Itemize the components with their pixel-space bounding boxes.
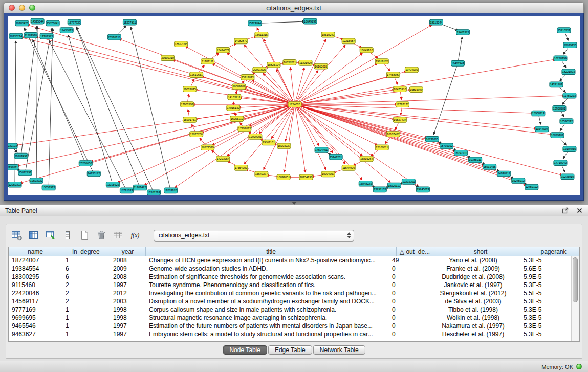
window-titlebar[interactable]: citations_edges.txt	[4, 2, 584, 13]
graph-node[interactable]: 19039035	[183, 86, 197, 92]
graph-node[interactable]: 19245033	[416, 187, 429, 192]
graph-node[interactable]: 16467943	[451, 61, 465, 67]
graph-node[interactable]: 16777723	[68, 19, 81, 25]
tab-edge-table[interactable]: Edge Table	[268, 345, 312, 355]
graph-node[interactable]: 12104055	[563, 146, 576, 152]
network-canvas[interactable]: 1724036185102431221598716649910196191781…	[8, 16, 580, 195]
graph-node[interactable]: 18791033	[120, 188, 133, 193]
graph-node[interactable]: 16228399	[554, 56, 567, 61]
graph-node[interactable]: 18475910	[393, 86, 406, 92]
graph-node[interactable]: 18510243	[321, 32, 335, 37]
graph-node[interactable]: 17903297	[181, 102, 194, 107]
graph-node[interactable]: 16793210	[454, 150, 468, 156]
scrollbar-thumb[interactable]	[573, 257, 578, 302]
graph-node[interactable]: 18221033	[562, 69, 575, 75]
graph-node[interactable]: 17797177	[396, 102, 409, 107]
table-row[interactable]: 1938455462009Genome-wide association stu…	[9, 265, 572, 273]
graph-node[interactable]: 12160811	[375, 145, 388, 150]
column-header-year[interactable]: year	[110, 247, 146, 256]
graph-node[interactable]: 15012293	[18, 170, 32, 176]
graph-node[interactable]: 13301923	[40, 33, 53, 39]
graph-node[interactable]: 16162015	[314, 63, 328, 69]
graph-node[interactable]: 14103211	[228, 94, 241, 100]
graph-node[interactable]: 14391203	[550, 82, 563, 87]
graph-node[interactable]: 12610651	[190, 72, 203, 78]
graph-node[interactable]: 18825104	[267, 62, 280, 68]
graph-node[interactable]: 18793022	[440, 143, 453, 149]
graph-node[interactable]: 25260650	[79, 161, 92, 166]
graph-node[interactable]: 12950332	[8, 182, 21, 187]
graph-node[interactable]: 15911033	[241, 75, 254, 80]
graph-node[interactable]: 16048223	[359, 181, 372, 186]
function-builder-button[interactable]: f(x)	[128, 229, 142, 242]
graph-node[interactable]: 18203027	[277, 143, 291, 149]
table-row[interactable]: 1830029562008Estimation of significance …	[9, 273, 572, 281]
graph-node[interactable]: 14595044	[31, 18, 44, 24]
graph-node[interactable]: 16301293	[147, 190, 160, 195]
graph-node[interactable]: 10385011	[469, 157, 482, 163]
graph-node[interactable]: 20503310	[161, 55, 175, 61]
graph-node[interactable]: 17554300	[234, 165, 248, 171]
zoom-button[interactable]	[29, 5, 35, 11]
table-disabled-button[interactable]	[112, 229, 125, 242]
column-header-name[interactable]: name	[9, 247, 62, 256]
graph-node[interactable]: 10030133	[8, 143, 17, 149]
minimize-button[interactable]	[19, 5, 25, 11]
graph-node[interactable]: 18089102	[232, 84, 246, 90]
graph-node[interactable]: 12215987	[342, 38, 355, 44]
graph-node[interactable]: 11381111	[201, 59, 214, 64]
table-row[interactable]: 1872400712008Changes of HCN gene express…	[9, 256, 572, 265]
table-row[interactable]: 2242004622012Investigating the contribut…	[9, 289, 572, 297]
graph-node[interactable]: 18913455	[483, 164, 496, 170]
graph-node[interactable]: 11544909	[342, 165, 355, 171]
graph-node[interactable]: 16649293	[303, 18, 317, 24]
graph-node[interactable]: 15723044	[248, 20, 262, 26]
graph-node[interactable]: 15910233	[557, 28, 571, 33]
column-narrow-button[interactable]	[61, 229, 74, 242]
graph-node[interactable]: 11301929	[299, 60, 312, 66]
graph-node[interactable]: 19483921	[456, 30, 470, 35]
graph-node[interactable]: 13392011	[8, 165, 18, 170]
graph-node[interactable]: 10899051	[277, 174, 290, 180]
graph-node[interactable]: 12929901	[249, 134, 262, 140]
graph-node[interactable]: 17458083	[386, 72, 400, 78]
delete-table-button[interactable]	[95, 229, 108, 242]
column-header-in_degree[interactable]: in_degree	[62, 247, 110, 256]
graph-node[interactable]: 10235910	[561, 174, 574, 180]
graph-node[interactable]: 20091505	[253, 67, 266, 73]
graph-node[interactable]: 18954190	[299, 174, 313, 180]
select-columns-button[interactable]	[27, 229, 40, 242]
graph-node[interactable]: 16739115	[425, 136, 439, 142]
table-row[interactable]: 946554611997Estimation of the future num…	[9, 322, 572, 330]
graph-node[interactable]: 19593922	[30, 178, 43, 184]
table-row[interactable]: 977716911998Corpus callosum shape and si…	[9, 305, 572, 314]
graph-node[interactable]: 18113044	[429, 19, 443, 25]
graph-node[interactable]: 19203491	[14, 153, 28, 159]
table-row[interactable]: 946362711997Embryonic stem cells: a mode…	[9, 330, 572, 338]
graph-node[interactable]: 11283910	[24, 32, 37, 38]
graph-node[interactable]: 17710343	[554, 160, 567, 166]
graph-node[interactable]: 10994957	[321, 171, 335, 177]
graph-node[interactable]: 12450122	[525, 184, 538, 190]
graph-node[interactable]: 15237811	[123, 19, 136, 25]
graph-node[interactable]: 16649910	[360, 47, 373, 53]
column-header-out_de[interactable]: △ out_de...	[397, 247, 433, 256]
graph-node[interactable]: 16055110	[230, 116, 244, 122]
graph-node[interactable]: 18622095	[175, 41, 188, 47]
tab-node-table[interactable]: Node Table	[223, 345, 267, 355]
graph-node[interactable]: 15958201	[553, 106, 566, 112]
column-header-title[interactable]: title	[146, 247, 397, 256]
graph-node[interactable]: 16816949	[409, 87, 423, 93]
graph-node[interactable]: 10783426	[15, 20, 29, 26]
graph-node[interactable]: 18301751	[183, 117, 197, 123]
table-row[interactable]: 1456911722003Disruption of a novel membe…	[9, 297, 572, 305]
close-button[interactable]	[9, 5, 15, 11]
graph-node[interactable]: 14982873	[234, 38, 248, 44]
graph-node[interactable]: 14930211	[497, 171, 511, 177]
graph-node[interactable]: 17999013	[238, 126, 251, 132]
graph-node[interactable]: 15549277	[255, 171, 268, 177]
graph-node[interactable]: 16638211	[283, 60, 296, 65]
column-header-short[interactable]: short	[433, 247, 528, 256]
graph-node[interactable]: 15051933	[42, 185, 55, 190]
graph-node[interactable]: 19245012	[512, 178, 525, 184]
